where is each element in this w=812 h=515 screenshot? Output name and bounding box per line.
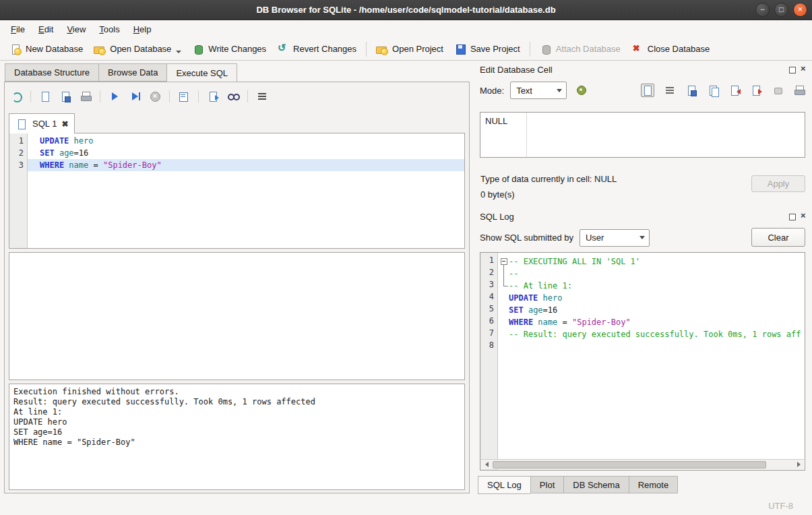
print-cell-button[interactable] xyxy=(793,84,805,96)
fold-spacer xyxy=(499,304,509,316)
export-results-icon[interactable] xyxy=(178,90,190,102)
scroll-right-button[interactable] xyxy=(793,460,804,469)
dock-tab-sql-log[interactable]: SQL Log xyxy=(478,476,530,494)
menu-edit[interactable]: Edit xyxy=(32,22,60,36)
stop-execution-icon[interactable] xyxy=(149,90,161,102)
cell-size-text: 0 byte(s) xyxy=(480,189,515,200)
save-sql-file-as-icon[interactable] xyxy=(59,90,71,102)
new-database-icon xyxy=(9,43,22,55)
menu-tools[interactable]: Tools xyxy=(92,22,126,36)
export-data-button[interactable] xyxy=(750,84,762,96)
line-number: 8 xyxy=(480,339,494,351)
mode-select[interactable]: Text xyxy=(510,82,567,99)
export-data-icon xyxy=(750,84,762,96)
log-code: -- EXECUTING ALL IN 'SQL 1'---- At line … xyxy=(498,253,805,470)
dock-tab-db-schema[interactable]: DB Schema xyxy=(563,476,628,493)
editor-code[interactable]: UPDATE heroSET age=16WHERE name = "Spide… xyxy=(28,133,464,248)
line-number: 7 xyxy=(480,327,494,339)
close-panel-icon[interactable] xyxy=(799,212,808,221)
sql-tab-label: SQL 1 xyxy=(32,119,57,129)
tab-browse-data[interactable]: Browse Data xyxy=(98,63,166,82)
sql-log-filter-row: Show SQL submitted by User xyxy=(480,228,650,247)
undock-icon[interactable] xyxy=(788,212,797,221)
cell-editor[interactable]: NULL xyxy=(480,112,805,158)
menubar: FileEditViewToolsHelp xyxy=(0,20,812,38)
open-database-button[interactable]: Open Database xyxy=(88,40,187,58)
open-sql-file-icon[interactable] xyxy=(10,90,22,102)
close-database-button[interactable]: Close Database xyxy=(626,40,716,58)
cell-mode-row: Mode: Text xyxy=(480,81,805,100)
copy-cell-button[interactable] xyxy=(707,84,719,96)
line-number: 6 xyxy=(480,315,494,327)
execute-all-icon[interactable] xyxy=(108,90,121,102)
open-project-icon xyxy=(376,43,388,55)
code-line-3: WHERE name = "Spider-Boy" xyxy=(28,159,464,171)
open-database-label: Open Database xyxy=(110,44,171,54)
sql-log-header: SQL Log xyxy=(480,210,808,222)
sql-log-view[interactable]: 12345678 -- EXECUTING ALL IN 'SQL 1'----… xyxy=(480,252,805,471)
close-tab-icon[interactable]: ✖ xyxy=(61,119,68,129)
fold-marker-icon[interactable] xyxy=(499,255,509,268)
scrollbar-thumb[interactable] xyxy=(493,461,766,468)
find-replace-icon[interactable] xyxy=(227,90,239,102)
code-line-7: -- Result: query executed successfully. … xyxy=(498,328,805,340)
minimize-button[interactable]: − xyxy=(755,3,770,17)
maximize-button[interactable]: □ xyxy=(774,3,788,17)
write-changes-label: Write Changes xyxy=(208,44,266,54)
print-cell-icon xyxy=(793,84,805,96)
sql-log-title: SQL Log xyxy=(480,212,785,222)
fold-marker-icon[interactable] xyxy=(499,280,509,292)
execution-message: Execution finished without errors. Resul… xyxy=(9,384,465,490)
open-query-icon[interactable] xyxy=(207,90,219,102)
code-line-1: UPDATE hero xyxy=(28,135,464,147)
fold-marker-icon[interactable] xyxy=(499,268,509,280)
open-project-button[interactable]: Open Project xyxy=(371,40,449,58)
word-wrap-button[interactable] xyxy=(664,84,676,96)
import-data-button[interactable] xyxy=(728,84,741,96)
write-changes-icon xyxy=(192,43,204,55)
undock-icon[interactable] xyxy=(788,65,797,74)
revert-changes-button[interactable]: Revert Changes xyxy=(272,40,362,58)
line-number: 1 xyxy=(9,135,24,147)
toggle-results-view-icon[interactable] xyxy=(256,90,268,102)
close-button[interactable]: × xyxy=(793,3,807,17)
print-sql-icon[interactable] xyxy=(80,90,92,102)
dock-tab-remote[interactable]: Remote xyxy=(629,476,679,493)
import-data-icon xyxy=(728,84,741,96)
cell-content: NULL xyxy=(485,116,507,126)
tab-database-structure[interactable]: Database Structure xyxy=(5,63,98,82)
menu-view[interactable]: View xyxy=(60,22,92,36)
execute-current-line-icon[interactable] xyxy=(129,90,141,102)
main-toolbar: New DatabaseOpen DatabaseWrite ChangesRe… xyxy=(0,38,812,61)
scroll-left-button[interactable] xyxy=(481,460,492,469)
import-button[interactable] xyxy=(573,82,590,99)
text-mode-button[interactable] xyxy=(641,84,654,97)
write-changes-button[interactable]: Write Changes xyxy=(187,40,272,58)
horizontal-scrollbar[interactable] xyxy=(481,459,804,469)
save-as-button[interactable] xyxy=(685,84,697,96)
clear-button[interactable]: Clear xyxy=(751,228,805,247)
sql-file-icon xyxy=(15,118,28,130)
right-panel: Edit Database Cell Mode: Text NULL Type … xyxy=(476,61,812,497)
attach-database-icon xyxy=(540,43,552,55)
menu-help[interactable]: Help xyxy=(127,22,158,36)
menu-file[interactable]: File xyxy=(4,22,32,36)
open-project-label: Open Project xyxy=(392,44,443,54)
dock-tab-plot[interactable]: Plot xyxy=(530,476,563,493)
close-database-icon xyxy=(631,43,644,55)
sql-tab[interactable]: SQL 1 ✖ xyxy=(9,113,75,133)
revert-changes-icon xyxy=(277,43,289,55)
results-grid[interactable] xyxy=(9,252,465,380)
cell-type-text: Type of data currently in cell: NULL xyxy=(480,174,617,184)
save-project-button[interactable]: Save Project xyxy=(449,40,526,58)
tab-execute-sql[interactable]: Execute SQL xyxy=(166,63,237,82)
left-panel: Database StructureBrowse DataExecute SQL… xyxy=(0,61,474,497)
new-database-button[interactable]: New Database xyxy=(4,40,88,58)
sql-editor[interactable]: 123 UPDATE heroSET age=16WHERE name = "S… xyxy=(9,133,465,249)
close-panel-icon[interactable] xyxy=(799,65,808,74)
cell-toolbar xyxy=(641,84,805,97)
save-sql-file-icon[interactable] xyxy=(39,90,51,102)
execute-sql-panel: SQL 1 ✖ 123 UPDATE heroSET age=16WHERE n… xyxy=(4,82,470,493)
submitted-by-select[interactable]: User xyxy=(580,229,650,247)
set-null-button[interactable] xyxy=(772,84,784,96)
